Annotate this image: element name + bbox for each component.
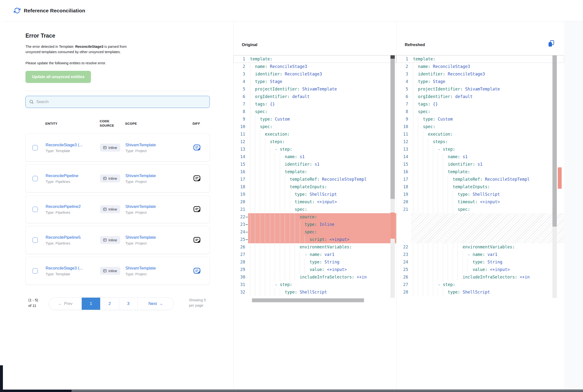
refreshed-code-editor[interactable]: 1template:2name: ReconcileStage33identif… <box>397 55 564 298</box>
refreshed-header: Refreshed <box>397 21 564 55</box>
code-line: 1template: <box>397 55 564 63</box>
diff-note-icon[interactable] <box>193 267 201 275</box>
row-checkbox[interactable] <box>32 207 38 212</box>
code-line: 4type: Stage <box>397 78 564 86</box>
search-input[interactable] <box>36 100 206 104</box>
code-line: 6orgIdentifier: default <box>397 93 564 100</box>
divider <box>25 91 210 91</box>
scope-link[interactable]: ShivamTemplate <box>125 266 193 271</box>
scope-type: Type: Project <box>125 180 193 184</box>
entity-link[interactable]: ReconcilePipeline2 <box>45 204 100 209</box>
entity-link[interactable]: ReconcilePipeline <box>45 174 100 178</box>
page-button-2[interactable]: 2 <box>100 298 119 310</box>
inline-store-icon <box>103 208 107 211</box>
code-source-badge: Inline <box>100 205 120 213</box>
pagination-range: (1 - 5) of 11 <box>28 298 41 308</box>
scope-cell: ShivamTemplate Type: Project <box>125 235 193 245</box>
row-checkbox[interactable] <box>32 268 38 274</box>
error-instruction: Please update the following entities to … <box>25 61 137 65</box>
code-line: 18templateInputs: <box>234 183 396 191</box>
code-line: 3identifier: ReconcileStage3 <box>397 70 564 78</box>
code-line: 5projectIdentifier: ShivamTemplate <box>397 86 564 93</box>
code-line: 1template: <box>234 55 396 63</box>
code-line: 17templateRef: ReconcileStepTempl <box>397 176 564 183</box>
refreshed-panel: Refreshed 1template:2name: ReconcileStag… <box>396 21 564 390</box>
diff-note-icon[interactable] <box>193 205 201 214</box>
original-vertical-scrollbar[interactable] <box>390 55 395 298</box>
code-line: 4type: Stage <box>234 78 396 86</box>
error-trace-panel: Error Trace The error detected in Templa… <box>25 21 210 310</box>
next-page-button[interactable]: Next→ <box>138 298 174 310</box>
code-line: 8spec: <box>397 108 564 116</box>
scope-link[interactable]: ShivamTemplate <box>125 235 193 240</box>
code-line: 32type: ShellScript <box>234 288 396 296</box>
refreshed-vertical-scrollbar[interactable] <box>553 55 557 298</box>
page-background-edge <box>0 365 3 392</box>
code-line: 25−script: <+input> <box>234 236 396 243</box>
code-line: 25value: <+input> <box>397 266 564 274</box>
code-source-badge: Inline <box>100 267 120 275</box>
refreshed-label: Refreshed <box>405 42 425 47</box>
entity-link[interactable]: ReconcileStage3 (... <box>45 266 100 271</box>
scope-link[interactable]: ShivamTemplate <box>125 174 193 178</box>
original-horizontal-scrollbar[interactable] <box>252 298 364 302</box>
code-line: 7tags: {} <box>397 100 564 108</box>
code-line: 12steps: <box>397 138 564 146</box>
code-line: 21spec: <box>234 206 396 213</box>
copy-icon[interactable] <box>548 40 554 47</box>
pagination-page-size: Showing 5 per page <box>189 298 210 308</box>
entity-type: Type: Template <box>45 272 100 276</box>
scope-type: Type: Project <box>125 210 193 214</box>
row-checkbox[interactable] <box>32 145 38 150</box>
code-line: 26includeInfraSelectors: <+in <box>397 274 564 281</box>
pagination: (1 - 5) of 11 ←Prev 123Next→ Showing 5 p… <box>25 298 210 310</box>
code-line: 23−type: Inline <box>234 221 396 228</box>
page-horizontal-scrollbar[interactable] <box>71 390 583 392</box>
code-line: 14name: s1 <box>397 153 564 160</box>
table-row[interactable]: ReconcilePipeline Type: Pipelines Inline… <box>25 164 210 192</box>
table-row[interactable]: ReconcilePipeline5 Type: Pipelines Inlin… <box>25 226 210 254</box>
code-line: 24type: String <box>397 258 564 266</box>
original-label: Original <box>242 42 257 47</box>
update-all-button[interactable]: Update all unsynced entities <box>25 71 91 83</box>
error-description: The error detected in Template: Reconcil… <box>25 44 137 55</box>
scope-cell: ShivamTemplate Type: Project <box>125 143 193 153</box>
search-box[interactable] <box>25 96 210 108</box>
inline-store-icon <box>103 176 107 180</box>
scope-type: Type: Project <box>125 272 193 276</box>
page-button-3[interactable]: 3 <box>119 298 138 310</box>
prev-page-button[interactable]: ←Prev <box>49 298 82 310</box>
code-line: 13- step: <box>234 146 396 153</box>
refresh-icon <box>14 7 20 14</box>
inline-store-icon <box>103 269 107 273</box>
code-source-badge: Inline <box>100 144 120 152</box>
diff-note-icon[interactable] <box>193 174 201 183</box>
code-line: 11execution: <box>397 130 564 138</box>
col-entity: ENTITY <box>45 122 100 126</box>
reference-reconciliation-dialog: Reference Reconciliation ✕ Error Trace T… <box>3 0 583 390</box>
diff-note-icon[interactable] <box>193 236 201 244</box>
table-row[interactable]: ReconcileStage3 (... Type: Template Inli… <box>25 257 210 285</box>
entity-link[interactable]: ReconcileStage3 (... <box>45 143 100 148</box>
code-line: 22environmentVariables: <box>397 243 564 251</box>
entity-link[interactable]: ReconcilePipeline5 <box>45 235 100 240</box>
diff-note-icon[interactable] <box>193 144 201 152</box>
table-row[interactable]: ReconcileStage3 (... Type: Template Inli… <box>25 134 210 162</box>
scope-link[interactable]: ShivamTemplate <box>125 204 193 209</box>
entity-cell: ReconcilePipeline5 Type: Pipelines <box>45 235 100 245</box>
page-button-1[interactable]: 1 <box>82 298 100 310</box>
error-trace-heading: Error Trace <box>25 32 210 39</box>
scope-cell: ShivamTemplate Type: Project <box>125 266 193 276</box>
scope-link[interactable]: ShivamTemplate <box>125 143 193 148</box>
entity-type: Type: Pipelines <box>45 180 100 184</box>
code-line: 2name: ReconcileStage3 <box>234 63 396 70</box>
original-removed-marker <box>390 212 395 239</box>
original-code-editor[interactable]: 1template:2name: ReconcileStage33identif… <box>234 55 396 298</box>
row-checkbox[interactable] <box>32 176 38 181</box>
entity-cell: ReconcileStage3 (... Type: Template <box>45 143 100 153</box>
row-checkbox[interactable] <box>32 238 38 243</box>
code-line: 2name: ReconcileStage3 <box>397 63 564 70</box>
code-line: 31- step: <box>234 281 396 288</box>
table-row[interactable]: ReconcilePipeline2 Type: Pipelines Inlin… <box>25 195 210 223</box>
inline-store-icon <box>103 146 107 150</box>
